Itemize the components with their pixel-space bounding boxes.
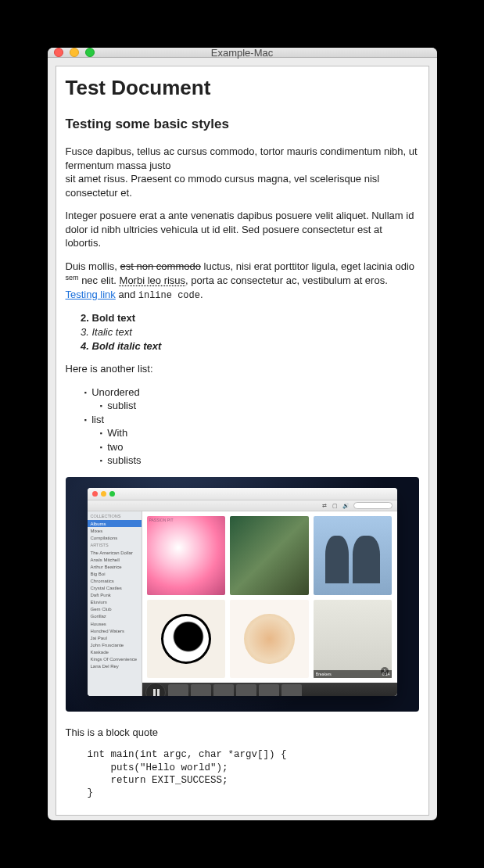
music-sidebar: COLLECTIONS Albums Mixes Compilations AR… [88,511,142,696]
list-item: sublists [100,454,419,468]
music-bottom-bar: Midnight City Bombtrack 444.501.20 Live … [142,683,397,696]
sidebar-header: ARTISTS [88,542,142,549]
blockquote: This is a block quote [66,726,419,740]
shuffle-icon: ⇄ [321,502,328,508]
ordered-list: Bold text Italic text Bold italic text [92,311,419,353]
list-item: Bold text [92,311,419,325]
document-view[interactable]: Test Document Testing some basic styles … [56,66,429,816]
testing-link[interactable]: Testing link [66,289,116,300]
paragraph: Duis mollis, est non commodo luctus, nis… [66,260,419,303]
sidebar-item: Anaïs Mitchell [88,556,142,563]
window-title: Example-Mac [48,48,437,59]
close-icon [92,491,98,497]
music-body: COLLECTIONS Albums Mixes Compilations AR… [88,511,397,696]
minimize-icon [101,491,106,497]
music-app-window: ⇄ ▢ 🔊 COLLECTIONS Albums Mixes Compilati… [88,488,397,696]
music-toolbar: ⇄ ▢ 🔊 [88,500,397,511]
album-cover [230,516,309,595]
inline-code: inline code [138,290,200,301]
text: nec elit. [79,275,120,287]
titlebar: Example-Mac [48,48,437,58]
content-wrap: Test Document Testing some basic styles … [48,58,437,820]
text: Duis mollis, [66,260,120,272]
sidebar-item: Houses [88,620,142,627]
text: . [200,289,203,300]
text: Breakers [316,672,332,676]
pause-icon [145,683,166,696]
track-thumb: Over There, It's Raining [259,684,279,696]
zoom-icon[interactable] [85,48,95,57]
sidebar-item: Jai Paul [88,634,142,641]
sidebar-header: COLLECTIONS [88,513,142,520]
sidebar-item: The American Dollar [88,549,142,556]
album-label: PASSION PIT [149,518,174,523]
code-line: return EXIT_SUCCESS; [88,775,228,786]
doc-heading-2: Testing some basic styles [66,116,419,134]
text: luctus, nisi erat porttitor ligula, eget… [201,260,414,272]
sidebar-item: John Frusciante [88,641,142,648]
text: 0:14 [382,672,390,677]
track-thumb: Live In Dreams [236,684,256,696]
list-item: Bold italic text [92,339,419,353]
unordered-sublist: sublist [100,399,419,413]
sidebar-item: Chromatics [88,577,142,584]
album-cover: PASSION PIT [147,516,226,595]
paragraph: Here is another list: [66,362,419,376]
sidebar-item: Eluvium [88,599,142,606]
app-window: Example-Mac Test Document Testing some b… [48,48,437,820]
sidebar-item-compilations: Compilations [88,535,142,542]
code-line: int main(int argc, char *argv[]) { [88,749,287,760]
album-cover [230,600,309,679]
strikethrough-text: est non commodo [120,260,201,272]
track-thumb: 444.501.20 [213,684,234,696]
track-thumb: Midnight City [168,684,188,696]
airplay-icon: ▢ [332,502,339,508]
track-thumb: Bombtrack [191,684,211,696]
superscript-text: sem [66,274,79,282]
album-label: Breakers 0:14 [314,670,393,679]
sidebar-item: Daft Punk [88,592,142,599]
sidebar-item: Kings Of Convenience [88,655,142,662]
list-item: sublist [100,399,419,413]
text: Unordered [91,386,139,398]
paragraph: Fusce dapibus, tellus ac cursus commodo,… [66,145,419,199]
sidebar-item: Kaskade [88,648,142,655]
sidebar-item: Gem Club [88,606,142,613]
traffic-lights [48,48,95,57]
code-line: } [88,787,94,798]
unordered-list: Unordered sublist list With two sublists [84,386,419,468]
music-titlebar [88,488,397,500]
text: , porta ac consectetur ac, vestibulum at… [185,275,388,287]
text: and [116,289,138,300]
sidebar-item-albums: Albums [88,520,142,527]
text: sit amet risus. Praesent co mmodo cursus… [66,173,380,199]
list-item: Italic text [92,325,419,339]
paragraph: Integer posuere erat a ante venenatis da… [66,209,419,250]
list-item: list With two sublists [84,413,419,468]
album-cover [314,516,393,595]
unordered-sublist: With two sublists [100,426,419,468]
close-icon[interactable] [54,48,63,57]
sidebar-item: Crystal Castles [88,585,142,592]
code-line: puts("Hello world"); [88,762,228,773]
text: Fusce dapibus, tellus ac cursus commodo,… [66,145,418,171]
minimize-icon[interactable] [70,48,79,57]
search-input [353,502,393,509]
zoom-icon [109,491,115,497]
footer: Select Markdown File... [56,816,429,820]
doc-heading-1: Test Document [66,74,419,102]
track-thumb: Running Through Me... [281,684,302,696]
list-item: two [100,440,419,454]
sidebar-item: Hundred Waters [88,627,142,634]
text: list [91,414,104,425]
sidebar-item-mixes: Mixes [88,527,142,534]
list-item: Unordered sublist [84,386,419,413]
embedded-screenshot: ⇄ ▢ 🔊 COLLECTIONS Albums Mixes Compilati… [66,477,419,712]
album-cover: Breakers 0:14 [314,600,393,679]
list-item: With [100,426,419,440]
music-main: PASSION PIT Breakers 0:14 [142,511,397,696]
sidebar-item: Lana Del Rey [88,663,142,670]
sidebar-item: Arthur Beatrice [88,563,142,570]
album-grid: PASSION PIT Breakers 0:14 [142,511,397,683]
album-cover [147,600,226,679]
